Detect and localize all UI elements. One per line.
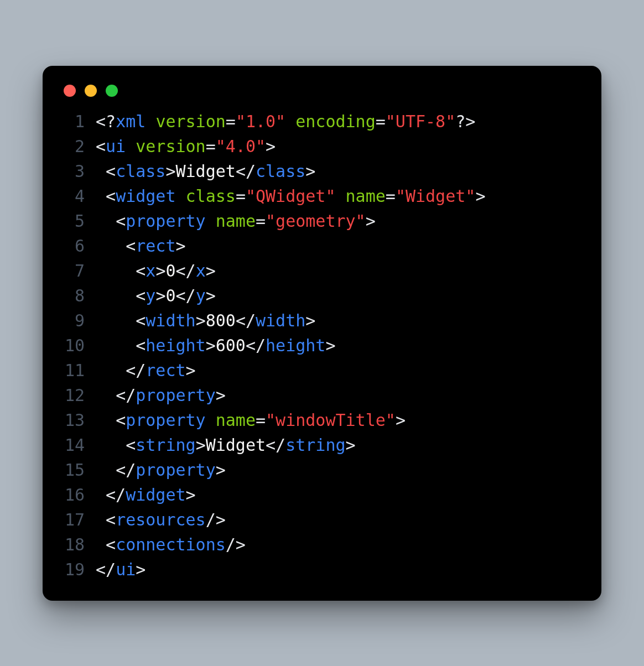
code-line[interactable]: 15 </property> (61, 457, 583, 482)
code-window: 1<?xml version="1.0" encoding="UTF-8"?>2… (43, 66, 601, 601)
code-token: rect (146, 361, 185, 380)
code-token: </ (246, 336, 266, 355)
code-token: </ (96, 560, 116, 579)
code-token (96, 361, 126, 380)
code-editor[interactable]: 1<?xml version="1.0" encoding="UTF-8"?>2… (61, 109, 583, 582)
code-token: = (376, 112, 386, 131)
code-token: property (136, 460, 216, 480)
code-token: Widget (176, 162, 236, 181)
line-number: 12 (61, 383, 96, 408)
code-token: > (136, 560, 146, 579)
code-token: < (136, 311, 146, 330)
code-token: > (206, 261, 216, 280)
line-content[interactable]: </rect> (96, 358, 583, 383)
code-line[interactable]: 1<?xml version="1.0" encoding="UTF-8"?> (61, 109, 583, 134)
code-line[interactable]: 4 <widget class="QWidget" name="Widget"> (61, 184, 583, 209)
code-line[interactable]: 16 </widget> (61, 482, 583, 507)
line-number: 3 (61, 159, 96, 184)
line-number: 4 (61, 184, 96, 209)
code-token: > (346, 435, 356, 455)
line-content[interactable]: <property name="geometry"> (96, 209, 583, 233)
code-token: > (366, 211, 376, 231)
code-token: class (256, 162, 305, 181)
line-content[interactable]: <width>800</width> (96, 308, 583, 333)
zoom-icon[interactable] (106, 85, 118, 97)
line-number: 17 (61, 507, 96, 532)
code-token: /> (206, 510, 226, 529)
code-token: > (475, 186, 485, 206)
code-token: = (256, 410, 266, 430)
code-token: < (136, 261, 146, 280)
code-token (176, 186, 186, 206)
code-line[interactable]: 13 <property name="windowTitle"> (61, 408, 583, 433)
code-token: property (126, 410, 206, 430)
code-token: 0 (165, 261, 175, 280)
code-token: 800 (206, 311, 236, 330)
code-token: </ (106, 485, 126, 504)
line-content[interactable]: </ui> (96, 557, 583, 582)
code-token: "windowTitle" (266, 410, 396, 430)
line-content[interactable]: </property> (96, 457, 583, 482)
line-content[interactable]: <ui version="4.0"> (96, 134, 583, 159)
line-content[interactable]: <x>0</x> (96, 258, 583, 283)
line-content[interactable]: <?xml version="1.0" encoding="UTF-8"?> (96, 109, 583, 134)
line-content[interactable]: <class>Widget</class> (96, 159, 583, 184)
code-line[interactable]: 6 <rect> (61, 233, 583, 258)
code-token: name (216, 211, 256, 231)
code-token: "QWidget" (246, 186, 336, 206)
code-line[interactable]: 3 <class>Widget</class> (61, 159, 583, 184)
code-token: height (266, 336, 325, 355)
code-token: width (256, 311, 305, 330)
code-token: = (206, 137, 216, 156)
line-content[interactable]: </widget> (96, 482, 583, 507)
code-token: ?> (455, 112, 475, 131)
code-token: </ (266, 435, 285, 455)
line-content[interactable]: </property> (96, 383, 583, 408)
line-content[interactable]: <rect> (96, 233, 583, 258)
code-token: < (106, 162, 116, 181)
code-line[interactable]: 10 <height>600</height> (61, 333, 583, 358)
code-line[interactable]: 8 <y>0</y> (61, 283, 583, 308)
line-number: 18 (61, 532, 96, 557)
code-token: > (266, 137, 276, 156)
code-token (146, 112, 155, 131)
code-line[interactable]: 5 <property name="geometry"> (61, 209, 583, 233)
code-line[interactable]: 7 <x>0</x> (61, 258, 583, 283)
code-token: </ (236, 162, 256, 181)
code-token (96, 510, 106, 529)
code-line[interactable]: 18 <connections/> (61, 532, 583, 557)
code-token: Widget (206, 435, 266, 455)
code-token: y (196, 286, 206, 305)
line-content[interactable]: <property name="windowTitle"> (96, 408, 583, 433)
line-content[interactable]: <string>Widget</string> (96, 433, 583, 457)
code-token: 600 (216, 336, 246, 355)
code-token: > (206, 336, 216, 355)
code-line[interactable]: 12 </property> (61, 383, 583, 408)
minimize-icon[interactable] (85, 85, 97, 97)
close-icon[interactable] (64, 85, 76, 97)
code-token (336, 186, 346, 206)
code-line[interactable]: 11 </rect> (61, 358, 583, 383)
code-token: = (236, 186, 246, 206)
line-content[interactable]: <height>600</height> (96, 333, 583, 358)
line-number: 6 (61, 233, 96, 258)
code-line[interactable]: 17 <resources/> (61, 507, 583, 532)
line-number: 16 (61, 482, 96, 507)
line-number: 8 (61, 283, 96, 308)
line-number: 10 (61, 333, 96, 358)
code-token: rect (136, 236, 175, 256)
code-line[interactable]: 2<ui version="4.0"> (61, 134, 583, 159)
code-token: widget (126, 485, 185, 504)
window-titlebar (61, 81, 583, 109)
code-token: > (196, 311, 206, 330)
code-line[interactable]: 9 <width>800</width> (61, 308, 583, 333)
line-content[interactable]: <connections/> (96, 532, 583, 557)
code-token: string (285, 435, 345, 455)
code-line[interactable]: 14 <string>Widget</string> (61, 433, 583, 457)
code-token: "Widget" (396, 186, 476, 206)
line-content[interactable]: <y>0</y> (96, 283, 583, 308)
code-line[interactable]: 19</ui> (61, 557, 583, 582)
code-token (96, 261, 136, 280)
line-content[interactable]: <widget class="QWidget" name="Widget"> (96, 184, 583, 209)
line-content[interactable]: <resources/> (96, 507, 583, 532)
